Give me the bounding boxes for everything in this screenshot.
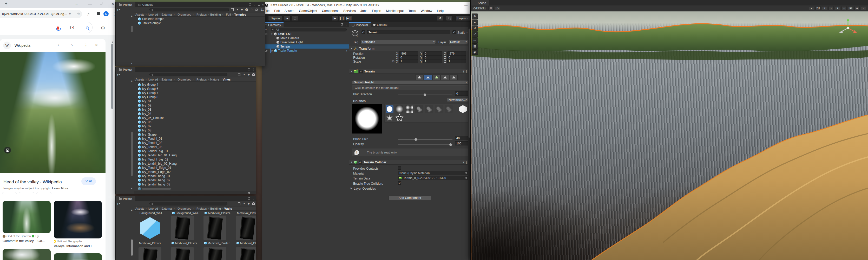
scale-link-icon[interactable]: ⧉: [392, 60, 395, 63]
brush-size-value[interactable]: 40: [455, 136, 468, 140]
component-menu-icon[interactable]: ⋮: [465, 70, 468, 73]
asset-grid-label[interactable]: Background_Wall...: [140, 212, 164, 215]
scale-z-field[interactable]: 1: [447, 59, 466, 63]
lock-icon[interactable]: [248, 198, 250, 199]
menu-jobs[interactable]: Jobs: [358, 9, 370, 13]
scroll-up-arrow[interactable]: ▲: [131, 80, 133, 82]
side-panel-icon[interactable]: [97, 12, 100, 15]
menu-help[interactable]: Help: [435, 9, 446, 13]
panel-scrollbar[interactable]: ▲: [111, 40, 113, 260]
scale-y-field[interactable]: 1: [423, 59, 442, 63]
opacity-slider[interactable]: [398, 144, 453, 145]
folder-tree-column[interactable]: ▲ ▼: [116, 12, 134, 66]
menu-export[interactable]: Export: [370, 9, 383, 13]
editor-search-icon[interactable]: [446, 15, 453, 21]
share-icon[interactable]: ⇪: [68, 12, 72, 16]
grid-toggle-icon[interactable]: ▦: [488, 6, 494, 10]
breadcrumb-item[interactable]: Ignored: [148, 207, 158, 210]
asset-thumbnail[interactable]: [138, 247, 161, 260]
search-saved-icon[interactable]: !: [252, 202, 255, 205]
menu-window[interactable]: Window: [418, 9, 435, 13]
brush-star-outline[interactable]: [395, 113, 404, 122]
folder-tree-column[interactable]: ▲ ▼: [116, 77, 134, 190]
layer-dropdown[interactable]: Default: [448, 40, 468, 44]
rect-tool[interactable]: ▭: [472, 37, 478, 43]
asset-list-item-partial[interactable]: [134, 187, 256, 190]
asset-list-item[interactable]: Ivy_Tendril_big_01: [134, 149, 256, 153]
brush-circle-soft[interactable]: [396, 105, 403, 113]
add-component-button[interactable]: Add Component: [389, 195, 431, 200]
horizontal-scrollbar[interactable]: [134, 191, 256, 194]
breadcrumb-item[interactable]: _Full: [224, 13, 231, 16]
create-asset-button[interactable]: +▾: [117, 73, 120, 77]
result-caption[interactable]: Comfort in the Valley – Go...: [3, 239, 45, 243]
asset-grid-label[interactable]: Medieval_Plaster...: [172, 241, 199, 245]
breadcrumb-item[interactable]: External: [161, 207, 172, 210]
tree-scrollbar-thumb[interactable]: [131, 26, 133, 32]
help-icon[interactable]: ?: [463, 161, 464, 164]
scrollbar-thumb[interactable]: [469, 29, 470, 138]
tree-scrollbar-thumb[interactable]: [131, 132, 133, 176]
asset-list-item[interactable]: Ivy_tendril_hang_03: [134, 182, 256, 187]
open-in-search-icon[interactable]: [231, 8, 234, 11]
pause-button[interactable]: ❙❙: [339, 15, 345, 21]
breadcrumb-item[interactable]: _Organised: [176, 78, 191, 81]
breadcrumb-item[interactable]: Ignored: [148, 78, 158, 81]
2d-toggle-icon[interactable]: 2D: [815, 6, 821, 10]
brush-hexagon[interactable]: [459, 105, 467, 113]
lock-icon[interactable]: [341, 24, 343, 26]
tree-colliders-checkbox[interactable]: ✓: [398, 181, 401, 185]
panel-menu-icon[interactable]: ⋮: [252, 68, 255, 71]
breadcrumb-item[interactable]: Ignored: [148, 13, 158, 16]
expander-icon[interactable]: ▼: [271, 33, 273, 35]
open-in-search-icon[interactable]: [238, 73, 240, 76]
foldout-icon[interactable]: ▼: [350, 70, 353, 72]
menu-services[interactable]: Services: [341, 9, 358, 13]
rotation-y-field[interactable]: 0: [423, 55, 442, 60]
learn-more-link[interactable]: Learn More: [52, 187, 68, 190]
query-image[interactable]: [0, 52, 105, 173]
tab-lighting[interactable]: Lighting: [371, 22, 390, 27]
breadcrumb-item[interactable]: Assets: [135, 13, 145, 16]
result-image[interactable]: [3, 201, 51, 233]
prefab-thumbnail[interactable]: [140, 217, 160, 239]
breadcrumb-item[interactable]: _Organised: [176, 13, 191, 16]
hierarchy-row[interactable]: Directional Light: [262, 40, 349, 44]
breadcrumb-item[interactable]: _Prefabs: [195, 13, 207, 16]
search-saved-icon[interactable]: !: [245, 8, 248, 11]
scroll-down-arrow[interactable]: ▼: [131, 62, 133, 65]
tab-project[interactable]: Project: [116, 196, 135, 201]
sign-in-button[interactable]: Sign in: [268, 15, 282, 21]
brush-circle-solid[interactable]: [386, 105, 394, 113]
tab-console[interactable]: Console: [135, 2, 156, 7]
rotation-x-field[interactable]: 0: [399, 55, 418, 60]
slider-thumb[interactable]: [450, 143, 452, 146]
search-by-type-icon[interactable]: ▼: [243, 202, 245, 205]
step-button[interactable]: ▶❙: [346, 15, 352, 21]
open-in-search-icon[interactable]: [238, 202, 240, 205]
asset-thumbnail[interactable]: [171, 247, 194, 260]
breadcrumb-item[interactable]: Buliding: [210, 13, 221, 16]
google-search-bar[interactable]: [0, 22, 93, 33]
asset-thumbnail[interactable]: [236, 216, 256, 240]
layer-overrides-foldout[interactable]: ▶: [350, 187, 352, 189]
asset-thumbnail[interactable]: [204, 247, 226, 260]
lighting-toggle-icon[interactable]: ☀: [822, 6, 827, 10]
draw-mode-icon[interactable]: ◐: [809, 6, 814, 10]
tree-scrollbar-thumb[interactable]: [131, 239, 133, 256]
minimize-window-icon[interactable]: —: [88, 2, 92, 6]
scene-search-icon[interactable]: ⌕: [861, 6, 866, 10]
asset-list-item[interactable]: Ivy_tendril_big_02_Hang: [134, 162, 256, 166]
tab-search-icon[interactable]: ⌄: [75, 2, 78, 6]
search-icon[interactable]: [86, 27, 89, 29]
asset-list-item[interactable]: Ivy_04: [134, 112, 256, 116]
brush-noise-1[interactable]: [415, 105, 423, 113]
transform-tool[interactable]: ▦: [472, 43, 478, 49]
custom-tool[interactable]: ◉: [472, 50, 478, 55]
breadcrumb-item[interactable]: _Organised: [176, 207, 191, 210]
tag-dropdown[interactable]: Untagged: [361, 40, 436, 44]
asset-grid-label[interactable]: Medieval_Plaster...: [204, 241, 232, 245]
asset-grid-label[interactable]: Medieval_Plaster...: [205, 212, 232, 215]
asset-list-item[interactable]: Ivy_tendril_big_01_Hang: [134, 153, 256, 157]
search-by-label-icon[interactable]: ◆: [248, 202, 250, 205]
